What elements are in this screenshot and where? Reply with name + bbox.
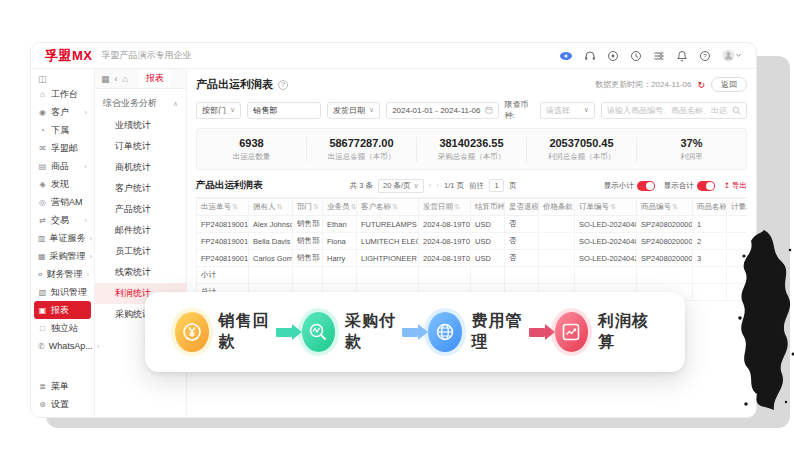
sort-icon[interactable]: ⇅ (232, 203, 238, 210)
table-cell: Fiona (323, 233, 357, 250)
column-header[interactable]: 结算币种⇅ (471, 199, 505, 216)
date-range-picker[interactable]: 2024-01-01 - 2024-11-06 (386, 102, 498, 119)
avatar-icon[interactable] (722, 49, 742, 62)
prev-page-icon[interactable]: ‹ (429, 181, 432, 190)
sort-icon[interactable]: ⇅ (392, 203, 398, 210)
headset-icon[interactable] (584, 50, 596, 62)
currency-select[interactable]: 请选择∨ (540, 102, 595, 119)
table-row[interactable]: FP240819001Alex Johnson销售部EthanFUTURELAM… (197, 216, 748, 233)
sidebar-item-菜单[interactable]: ≣菜单 (34, 377, 91, 395)
next-page-icon[interactable]: › (436, 181, 439, 190)
sidebar-item-财务管理[interactable]: ¤财务管理› (34, 265, 91, 283)
show-total-toggle[interactable] (697, 181, 715, 191)
target-icon[interactable] (607, 50, 619, 62)
subnav-item-客户统计[interactable]: 客户统计 (95, 178, 186, 199)
help-icon[interactable]: ? (278, 80, 288, 90)
subnav-item-线索统计[interactable]: 线索统计 (95, 262, 186, 283)
table-cell (693, 284, 727, 301)
dept-select[interactable]: 按部门∨ (196, 102, 241, 119)
workflow-banner: 销售回款采购付款费用管理利润核算 (145, 292, 685, 372)
column-header[interactable]: 商品名称⇅ (693, 199, 727, 216)
sort-icon[interactable]: ⇅ (351, 203, 357, 210)
refresh-icon[interactable]: ↻ (697, 80, 705, 90)
subnav-item-订单统计[interactable]: 订单统计 (95, 136, 186, 157)
workbench-icon: ⌂ (38, 90, 47, 99)
dept-value-input[interactable] (253, 106, 315, 115)
sidebar-item-设置[interactable]: ⊛设置 (34, 395, 91, 413)
flow-arrow-icon (402, 324, 428, 340)
sidebar-item-label: 交易 (51, 214, 69, 227)
sidebar-item-报表[interactable]: ▣报表 (34, 301, 91, 319)
subnav-item-产品统计[interactable]: 产品统计 (95, 199, 186, 220)
sort-icon[interactable]: ⇅ (610, 203, 616, 210)
table-cell: SO-LED-20240420 (575, 250, 637, 267)
back-arrow-icon[interactable]: ‹ (115, 74, 118, 84)
table-cell: SP24080200001 (637, 216, 693, 233)
table-row[interactable]: FP240819001Carlos Gomez销售部HarryLIGHTPION… (197, 250, 748, 267)
clock-icon[interactable] (630, 50, 642, 62)
column-header[interactable]: 商品编号⇅ (637, 199, 693, 216)
table-cell: 2024-08-19T05:... (419, 216, 471, 233)
column-header[interactable]: 计量单位⇅ (727, 199, 748, 216)
subnav-item-员工统计[interactable]: 员工统计 (95, 241, 186, 262)
stat-block: 58677287.00出运总金额（本币） (307, 137, 417, 162)
sort-icon[interactable]: ⇅ (313, 203, 319, 210)
stat-value: 38140236.55 (417, 137, 526, 149)
table-cell (471, 267, 505, 284)
column-header[interactable]: 部门⇅ (293, 199, 323, 216)
table-row[interactable]: FP240819001Bella Davis销售部FionaLUMITECH E… (197, 233, 748, 250)
sort-icon[interactable]: ⇅ (672, 203, 678, 210)
sidebar-item-WhatsAp...[interactable]: ✆WhatsAp...› (34, 337, 91, 355)
chevron-right-icon: › (84, 162, 87, 171)
column-header[interactable]: 订单编号⇅ (575, 199, 637, 216)
table-cell: SP24080200001 (637, 233, 693, 250)
subtotal-row[interactable]: 小计 (197, 267, 748, 284)
sidebar-item-label: 商品 (51, 160, 69, 173)
column-header[interactable]: 发货日期⇅ (419, 199, 471, 216)
page-size-select[interactable]: 20 条/页∨ (378, 179, 424, 193)
filter-icon[interactable] (653, 50, 665, 62)
home-icon[interactable]: ⌂ (123, 74, 128, 84)
sidebar-item-客户[interactable]: ◉客户› (34, 103, 91, 121)
sidebar-item-商品[interactable]: ▤商品› (34, 157, 91, 175)
bell-icon[interactable] (676, 50, 688, 62)
subnav-item-邮件统计[interactable]: 邮件统计 (95, 220, 186, 241)
subnav-item-业绩统计[interactable]: 业绩统计 (95, 115, 186, 136)
sidebar-item-营销AM[interactable]: ◎营销AM (34, 193, 91, 211)
sidebar-item-交易[interactable]: ⇄交易› (34, 211, 91, 229)
sidebar-item-知识管理[interactable]: ▧知识管理 (34, 283, 91, 301)
eye-icon[interactable] (559, 50, 573, 62)
sidebar-item-独立站[interactable]: □独立站 (34, 319, 91, 337)
column-header[interactable]: 价格条款⇅ (539, 199, 575, 216)
column-header[interactable]: 是否退税⇅ (505, 199, 539, 216)
sidebar-item-孚盟邮[interactable]: ✉孚盟邮 (34, 139, 91, 157)
sidebar-item-单证服务[interactable]: ▥单证服务› (34, 229, 91, 247)
sidebar-item-工作台[interactable]: ⌂工作台 (34, 85, 91, 103)
column-header[interactable]: 客户名称⇅ (357, 199, 419, 216)
subnav-group-header[interactable]: 综合业务分析 ∧ (95, 89, 186, 115)
collapse-sidebar-icon[interactable]: ◫ (38, 74, 47, 84)
workflow-step-label: 费用管理 (472, 311, 529, 353)
export-button[interactable]: ↥导出 (724, 181, 747, 191)
sort-icon[interactable]: ⇅ (277, 203, 283, 210)
search-icon[interactable] (732, 106, 741, 115)
table-cell: 否 (505, 233, 539, 250)
sidebar-item-下属[interactable]: ◔下属 (34, 121, 91, 139)
trade-icon: ⇄ (38, 216, 47, 225)
goto-page-input[interactable]: 1 (489, 179, 504, 192)
back-button[interactable]: 返回 (711, 77, 747, 92)
sort-icon[interactable]: ⇅ (454, 203, 460, 210)
column-header[interactable]: 业务员⇅ (323, 199, 357, 216)
grid-icon[interactable]: ▦ (101, 74, 110, 84)
subnav-item-商机统计[interactable]: 商机统计 (95, 157, 186, 178)
date-type-select[interactable]: 发货日期∨ (327, 102, 380, 119)
search-input[interactable] (607, 106, 728, 115)
sidebar-item-采购管理[interactable]: ▦采购管理› (34, 247, 91, 265)
help-icon[interactable]: ? (699, 50, 711, 62)
column-header[interactable]: 出运单号⇅ (197, 199, 249, 216)
stage: 孚盟MX 孚盟产品演示专用企业 ? ◫ ⌂工作台◉客户›◔下属✉孚盟邮▤商品›◈… (0, 0, 794, 459)
show-subtotal-toggle[interactable] (637, 181, 655, 191)
tab-reports[interactable]: 报表 (139, 70, 171, 87)
column-header[interactable]: 拥有人⇅ (249, 199, 293, 216)
sidebar-item-发现[interactable]: ◈发现 (34, 175, 91, 193)
